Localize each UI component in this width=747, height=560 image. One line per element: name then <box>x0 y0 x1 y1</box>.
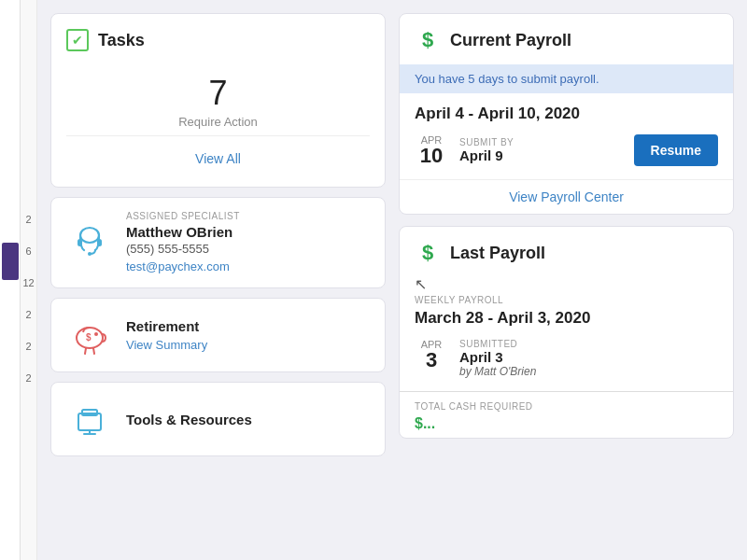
sidebar <box>0 0 21 560</box>
current-payroll-date-box: APR 10 <box>415 134 448 166</box>
svg-point-3 <box>88 252 92 256</box>
svg-line-5 <box>85 348 86 354</box>
last-payroll-row: APR 3 SUBMITTED April 3 by Matt O'Brien <box>400 339 733 391</box>
weekly-payroll-tag: WEEKLY PAYROLL <box>400 295 733 309</box>
total-cash-label: TOTAL CASH REQUIRED <box>415 401 718 412</box>
svg-point-8 <box>94 332 98 336</box>
view-all-button[interactable]: View All <box>66 146 370 172</box>
number-item: 2 <box>25 214 31 225</box>
last-payroll-dollar-icon: $ <box>415 240 441 266</box>
tasks-count-section: 7 Require Action <box>66 64 370 136</box>
number-item: 2 <box>25 372 31 384</box>
specialist-tag: ASSIGNED SPECIALIST <box>126 211 370 221</box>
number-item: 12 <box>22 277 34 288</box>
number-item: 6 <box>25 245 31 257</box>
number-item: 2 <box>25 341 31 352</box>
last-payroll-title: Last Payroll <box>450 244 545 263</box>
retirement-info: Retirement View Summary <box>126 318 207 353</box>
last-payroll-card: $ Last Payroll ↖ WEEKLY PAYROLL March 28… <box>399 226 734 439</box>
current-payroll-submit-info: SUBMIT BY April 9 <box>459 137 623 163</box>
total-cash-amount: $... <box>415 415 718 432</box>
cash-required-section: TOTAL CASH REQUIRED $... <box>400 391 733 438</box>
numbers-column: 2 6 12 2 2 2 <box>21 0 37 560</box>
current-payroll-card: $ Current Payroll You have 5 days to sub… <box>399 13 734 215</box>
cursor-icon: ↖ <box>400 275 733 295</box>
payroll-alert-banner: You have 5 days to submit payroll. <box>400 64 733 93</box>
specialist-email[interactable]: test@paychex.com <box>126 259 230 273</box>
view-payroll-center-link[interactable]: View Payroll Center <box>400 180 733 214</box>
submit-by-label: SUBMIT BY <box>459 137 623 147</box>
specialist-headset-icon <box>66 219 113 266</box>
dollar-icon: $ <box>415 27 441 53</box>
submitted-label: SUBMITTED <box>459 339 718 349</box>
specialist-info: ASSIGNED SPECIALIST Matthew OBrien (555)… <box>126 211 370 274</box>
svg-text:$: $ <box>86 332 92 343</box>
svg-line-6 <box>93 348 94 354</box>
left-panel: ✔ Tasks 7 Require Action View All <box>50 13 386 547</box>
submitted-by: by Matt O'Brien <box>459 365 718 378</box>
tools-card: Tools & Resources <box>50 382 386 456</box>
retirement-view-summary-link[interactable]: View Summary <box>126 338 207 352</box>
specialist-phone: (555) 555-5555 <box>126 242 370 256</box>
current-payroll-header: $ Current Payroll <box>400 14 733 64</box>
svg-rect-1 <box>78 239 82 246</box>
tasks-header: ✔ Tasks <box>66 29 370 51</box>
tasks-require-action-label: Require Action <box>178 115 258 129</box>
check-icon: ✔ <box>66 29 89 51</box>
svg-rect-2 <box>97 239 102 246</box>
last-payroll-day: 3 <box>426 350 437 371</box>
submit-by-date: April 9 <box>459 147 623 163</box>
retirement-title: Retirement <box>126 318 207 334</box>
current-payroll-period: April 4 - April 10, 2020 <box>400 105 733 134</box>
current-payroll-day: 10 <box>420 146 443 166</box>
submitted-date: April 3 <box>459 349 718 365</box>
sidebar-accent <box>2 243 19 280</box>
tasks-number: 7 <box>66 74 370 113</box>
last-payroll-date-box: APR 3 <box>415 339 448 371</box>
current-payroll-title: Current Payroll <box>450 31 571 50</box>
tasks-title: Tasks <box>98 31 145 50</box>
main-content: ✔ Tasks 7 Require Action View All <box>37 0 747 560</box>
last-payroll-header: $ Last Payroll <box>400 227 733 275</box>
current-payroll-row: APR 10 SUBMIT BY April 9 Resume <box>400 134 733 179</box>
svg-point-0 <box>80 228 99 243</box>
resume-button[interactable]: Resume <box>634 134 718 166</box>
tools-icon <box>66 396 113 442</box>
last-payroll-submit-info: SUBMITTED April 3 by Matt O'Brien <box>459 339 718 378</box>
last-payroll-period: March 28 - April 3, 2020 <box>400 309 733 339</box>
right-panel: $ Current Payroll You have 5 days to sub… <box>399 13 734 547</box>
specialist-name: Matthew OBrien <box>126 224 370 240</box>
retirement-card: $ Retirement View Summary <box>50 298 386 372</box>
specialist-card: ASSIGNED SPECIALIST Matthew OBrien (555)… <box>50 197 386 288</box>
number-item: 2 <box>25 309 31 320</box>
tasks-card: ✔ Tasks 7 Require Action View All <box>50 13 386 188</box>
tools-title: Tools & Resources <box>126 412 252 427</box>
retirement-piggybank-icon: $ <box>66 312 113 358</box>
